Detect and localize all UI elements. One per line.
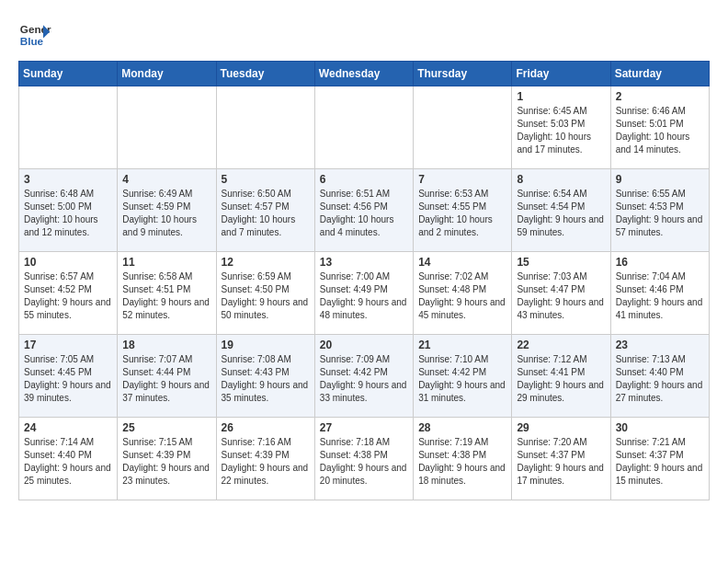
calendar-cell xyxy=(414,86,512,169)
day-number: 25 xyxy=(122,421,210,434)
dow-header: Monday xyxy=(118,62,216,86)
day-number: 15 xyxy=(517,256,605,269)
day-info: Sunrise: 6:51 AM Sunset: 4:56 PM Dayligh… xyxy=(320,188,408,239)
day-info: Sunrise: 6:59 AM Sunset: 4:50 PM Dayligh… xyxy=(222,270,310,322)
day-number: 1 xyxy=(517,90,605,103)
day-number: 2 xyxy=(616,90,704,103)
calendar-cell: 8Sunrise: 6:54 AM Sunset: 4:54 PM Daylig… xyxy=(512,169,610,252)
day-info: Sunrise: 7:13 AM Sunset: 4:40 PM Dayligh… xyxy=(616,353,704,405)
day-number: 21 xyxy=(418,339,506,351)
day-info: Sunrise: 7:16 AM Sunset: 4:39 PM Dayligh… xyxy=(222,436,310,488)
calendar-cell: 20Sunrise: 7:09 AM Sunset: 4:42 PM Dayli… xyxy=(314,335,413,418)
calendar-cell: 29Sunrise: 7:20 AM Sunset: 4:37 PM Dayli… xyxy=(512,418,610,500)
calendar-cell xyxy=(314,86,413,169)
day-number: 14 xyxy=(418,256,506,269)
day-info: Sunrise: 7:02 AM Sunset: 4:48 PM Dayligh… xyxy=(418,270,506,322)
calendar-cell: 18Sunrise: 7:07 AM Sunset: 4:44 PM Dayli… xyxy=(118,335,216,418)
day-number: 9 xyxy=(616,173,704,186)
day-info: Sunrise: 6:54 AM Sunset: 4:54 PM Dayligh… xyxy=(517,188,605,239)
day-info: Sunrise: 7:03 AM Sunset: 4:47 PM Dayligh… xyxy=(517,270,605,322)
day-info: Sunrise: 7:14 AM Sunset: 4:40 PM Dayligh… xyxy=(24,436,112,488)
day-number: 6 xyxy=(320,173,408,186)
day-number: 11 xyxy=(122,256,210,269)
day-number: 17 xyxy=(24,339,112,351)
day-info: Sunrise: 7:19 AM Sunset: 4:38 PM Dayligh… xyxy=(418,436,506,488)
day-info: Sunrise: 7:00 AM Sunset: 4:49 PM Dayligh… xyxy=(320,270,408,322)
day-info: Sunrise: 7:20 AM Sunset: 4:37 PM Dayligh… xyxy=(517,436,605,488)
calendar-cell: 15Sunrise: 7:03 AM Sunset: 4:47 PM Dayli… xyxy=(512,252,610,335)
day-number: 4 xyxy=(122,173,210,186)
calendar-cell: 27Sunrise: 7:18 AM Sunset: 4:38 PM Dayli… xyxy=(314,418,413,500)
calendar-cell: 23Sunrise: 7:13 AM Sunset: 4:40 PM Dayli… xyxy=(610,335,709,418)
page-header: General Blue xyxy=(18,18,710,52)
calendar-cell: 6Sunrise: 6:51 AM Sunset: 4:56 PM Daylig… xyxy=(314,169,413,252)
day-number: 28 xyxy=(418,421,506,434)
day-info: Sunrise: 7:08 AM Sunset: 4:43 PM Dayligh… xyxy=(222,353,310,405)
day-number: 12 xyxy=(222,256,310,269)
calendar-cell: 28Sunrise: 7:19 AM Sunset: 4:38 PM Dayli… xyxy=(414,418,512,500)
calendar-cell: 26Sunrise: 7:16 AM Sunset: 4:39 PM Dayli… xyxy=(216,418,314,500)
calendar-cell: 12Sunrise: 6:59 AM Sunset: 4:50 PM Dayli… xyxy=(216,252,314,335)
day-info: Sunrise: 6:53 AM Sunset: 4:55 PM Dayligh… xyxy=(418,188,506,239)
calendar-cell: 30Sunrise: 7:21 AM Sunset: 4:37 PM Dayli… xyxy=(610,418,709,500)
day-number: 29 xyxy=(517,421,605,434)
calendar-cell: 14Sunrise: 7:02 AM Sunset: 4:48 PM Dayli… xyxy=(414,252,512,335)
day-info: Sunrise: 7:04 AM Sunset: 4:46 PM Dayligh… xyxy=(616,270,704,322)
calendar-cell: 9Sunrise: 6:55 AM Sunset: 4:53 PM Daylig… xyxy=(610,169,709,252)
day-info: Sunrise: 7:21 AM Sunset: 4:37 PM Dayligh… xyxy=(616,436,704,488)
day-number: 19 xyxy=(222,339,310,351)
day-info: Sunrise: 7:07 AM Sunset: 4:44 PM Dayligh… xyxy=(122,353,210,405)
day-info: Sunrise: 6:46 AM Sunset: 5:01 PM Dayligh… xyxy=(616,105,704,156)
calendar-cell: 19Sunrise: 7:08 AM Sunset: 4:43 PM Dayli… xyxy=(216,335,314,418)
day-info: Sunrise: 7:18 AM Sunset: 4:38 PM Dayligh… xyxy=(320,436,408,488)
calendar-cell: 24Sunrise: 7:14 AM Sunset: 4:40 PM Dayli… xyxy=(19,418,118,500)
calendar-cell: 3Sunrise: 6:48 AM Sunset: 5:00 PM Daylig… xyxy=(19,169,118,252)
calendar-cell: 13Sunrise: 7:00 AM Sunset: 4:49 PM Dayli… xyxy=(314,252,413,335)
day-number: 27 xyxy=(320,421,408,434)
logo: General Blue xyxy=(18,18,51,52)
dow-header: Tuesday xyxy=(216,62,314,86)
day-number: 3 xyxy=(24,173,112,186)
day-info: Sunrise: 6:49 AM Sunset: 4:59 PM Dayligh… xyxy=(122,188,210,239)
day-info: Sunrise: 6:45 AM Sunset: 5:03 PM Dayligh… xyxy=(517,105,605,156)
day-number: 26 xyxy=(222,421,310,434)
calendar-cell xyxy=(19,86,118,169)
dow-header: Saturday xyxy=(610,62,709,86)
day-info: Sunrise: 6:48 AM Sunset: 5:00 PM Dayligh… xyxy=(24,188,112,239)
day-number: 8 xyxy=(517,173,605,186)
day-number: 23 xyxy=(616,339,704,351)
day-number: 13 xyxy=(320,256,408,269)
dow-header: Thursday xyxy=(414,62,512,86)
logo-icon: General Blue xyxy=(18,18,51,52)
day-info: Sunrise: 7:10 AM Sunset: 4:42 PM Dayligh… xyxy=(418,353,506,405)
calendar-cell: 21Sunrise: 7:10 AM Sunset: 4:42 PM Dayli… xyxy=(414,335,512,418)
svg-text:Blue: Blue xyxy=(20,35,44,47)
calendar-table: SundayMondayTuesdayWednesdayThursdayFrid… xyxy=(18,61,710,500)
day-number: 5 xyxy=(222,173,310,186)
calendar-cell: 7Sunrise: 6:53 AM Sunset: 4:55 PM Daylig… xyxy=(414,169,512,252)
calendar-cell: 17Sunrise: 7:05 AM Sunset: 4:45 PM Dayli… xyxy=(19,335,118,418)
calendar-cell: 16Sunrise: 7:04 AM Sunset: 4:46 PM Dayli… xyxy=(610,252,709,335)
day-info: Sunrise: 7:15 AM Sunset: 4:39 PM Dayligh… xyxy=(122,436,210,488)
calendar-cell xyxy=(118,86,216,169)
day-info: Sunrise: 7:05 AM Sunset: 4:45 PM Dayligh… xyxy=(24,353,112,405)
day-number: 10 xyxy=(24,256,112,269)
day-number: 18 xyxy=(122,339,210,351)
day-number: 22 xyxy=(517,339,605,351)
day-info: Sunrise: 6:55 AM Sunset: 4:53 PM Dayligh… xyxy=(616,188,704,239)
calendar-cell xyxy=(216,86,314,169)
calendar-cell: 4Sunrise: 6:49 AM Sunset: 4:59 PM Daylig… xyxy=(118,169,216,252)
day-number: 24 xyxy=(24,421,112,434)
calendar-cell: 2Sunrise: 6:46 AM Sunset: 5:01 PM Daylig… xyxy=(610,86,709,169)
day-number: 30 xyxy=(616,421,704,434)
day-info: Sunrise: 6:58 AM Sunset: 4:51 PM Dayligh… xyxy=(122,270,210,322)
dow-header: Friday xyxy=(512,62,610,86)
calendar-cell: 5Sunrise: 6:50 AM Sunset: 4:57 PM Daylig… xyxy=(216,169,314,252)
day-info: Sunrise: 6:50 AM Sunset: 4:57 PM Dayligh… xyxy=(222,188,310,239)
dow-header: Wednesday xyxy=(314,62,413,86)
calendar-cell: 22Sunrise: 7:12 AM Sunset: 4:41 PM Dayli… xyxy=(512,335,610,418)
day-info: Sunrise: 7:12 AM Sunset: 4:41 PM Dayligh… xyxy=(517,353,605,405)
day-info: Sunrise: 6:57 AM Sunset: 4:52 PM Dayligh… xyxy=(24,270,112,322)
calendar-cell: 25Sunrise: 7:15 AM Sunset: 4:39 PM Dayli… xyxy=(118,418,216,500)
day-number: 16 xyxy=(616,256,704,269)
